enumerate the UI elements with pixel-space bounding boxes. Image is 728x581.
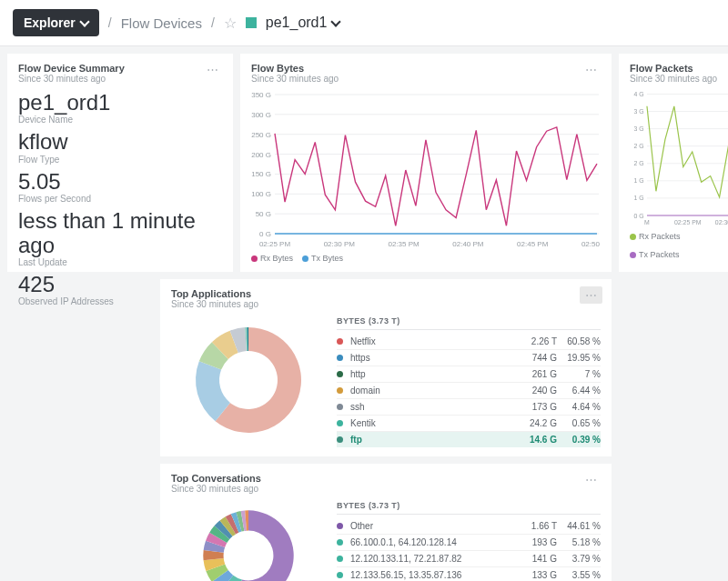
flow-packets-legend: Rx Packets Tx Packets	[630, 232, 728, 259]
table-row[interactable]: 66.100.0.1, 64.120.128.14 193 G5.18 %	[337, 535, 601, 551]
svg-text:02:30 PM: 02:30 PM	[715, 219, 728, 225]
top-applications-donut	[171, 316, 326, 444]
flow-packets-chart: 0 G1 G1 G2 G2 G3 G3 G4 GM02:25 PM02:30 P…	[630, 91, 728, 228]
device-title: pe1_ord1	[266, 15, 328, 31]
svg-text:3 G: 3 G	[633, 108, 643, 115]
svg-text:02:45 PM: 02:45 PM	[517, 240, 549, 248]
bytes-header: BYTES (3.73 T)	[337, 316, 601, 330]
table-row[interactable]: Other 1.66 T44.61 %	[337, 518, 601, 535]
panel-title: Flow Bytes	[251, 63, 601, 74]
legend-rx-packets: Rx Packets	[639, 232, 681, 241]
flow-bytes-legend: Rx Bytes Tx Bytes	[251, 254, 601, 263]
svg-text:50 G: 50 G	[256, 210, 271, 218]
breadcrumb-separator: /	[108, 15, 112, 30]
svg-text:02:50 PM: 02:50 PM	[581, 240, 601, 248]
summary-device-name: pe1_ord1	[18, 91, 222, 115]
panel-title: Top Applications	[171, 288, 601, 299]
panel-top-applications-donut: ⋯ Top Applications Since 30 minutes ago …	[160, 279, 612, 456]
panel-subtitle: Since 30 minutes ago	[251, 74, 601, 84]
panel-menu-icon[interactable]: ⋯	[580, 286, 602, 304]
table-row[interactable]: ftp 14.6 G0.39 %	[337, 432, 601, 447]
summary-last-update-label: Last Update	[18, 257, 222, 267]
svg-text:M: M	[644, 219, 650, 225]
panel-subtitle: Since 30 minutes ago	[171, 299, 601, 309]
table-row[interactable]: 12.120.133.11, 72.21.87.82 141 G3.79 %	[337, 551, 601, 567]
svg-text:300 G: 300 G	[251, 111, 271, 119]
svg-text:100 G: 100 G	[251, 190, 271, 198]
panel-subtitle: Since 30 minutes ago	[171, 484, 601, 494]
star-icon[interactable]: ☆	[224, 15, 237, 32]
dashboard-grid: ⋯ Flow Device Summary Since 30 minutes a…	[0, 46, 728, 581]
panel-menu-icon[interactable]: ⋯	[201, 61, 224, 78]
flow-bytes-chart: 0 G50 G100 G150 G200 G250 G300 G350 G02:…	[251, 91, 601, 250]
table-row[interactable]: ssh 173 G4.64 %	[337, 399, 601, 416]
svg-text:2 G: 2 G	[633, 160, 643, 166]
chevron-down-icon	[79, 16, 89, 26]
summary-device-name-label: Device Name	[18, 115, 222, 125]
table-row[interactable]: http 261 G7 %	[337, 366, 601, 383]
svg-text:4 G: 4 G	[633, 91, 643, 97]
table-row[interactable]: 12.133.56.15, 13.35.87.136 133 G3.55 %	[337, 567, 601, 581]
panel-subtitle: Since 30 minutes ago	[630, 74, 728, 84]
legend-tx-packets: Tx Packets	[639, 250, 680, 259]
breadcrumb-device[interactable]: pe1_ord1	[246, 15, 340, 31]
svg-text:02:25 PM: 02:25 PM	[259, 240, 291, 248]
panel-title: Flow Packets	[630, 63, 728, 74]
legend-tx-bytes: Tx Bytes	[311, 254, 343, 263]
top-applications-table: BYTES (3.73 T) Netflix 2.26 T60.58 % htt…	[337, 316, 601, 447]
summary-fps-label: Flows per Second	[18, 194, 222, 204]
svg-text:0 G: 0 G	[259, 230, 271, 238]
table-row[interactable]: Netflix 2.26 T60.58 %	[337, 334, 601, 350]
status-indicator-icon	[246, 17, 257, 28]
svg-text:1 G: 1 G	[633, 177, 643, 184]
panel-flow-device-summary: ⋯ Flow Device Summary Since 30 minutes a…	[7, 54, 233, 272]
summary-flow-type: kflow	[18, 130, 222, 154]
summary-flow-type-label: Flow Type	[18, 155, 222, 165]
svg-text:250 G: 250 G	[251, 131, 271, 139]
panel-flow-bytes: ⋯ Flow Bytes Since 30 minutes ago 0 G50 …	[240, 54, 612, 272]
top-conversations-table: BYTES (3.73 T) Other 1.66 T44.61 % 66.10…	[337, 501, 601, 581]
panel-title: Top Conversations	[171, 473, 601, 484]
table-row[interactable]: Kentik 24.2 G0.65 %	[337, 416, 601, 432]
svg-text:02:25 PM: 02:25 PM	[674, 219, 702, 225]
svg-text:2 G: 2 G	[633, 143, 643, 149]
panel-title: Flow Device Summary	[18, 63, 222, 74]
svg-text:02:35 PM: 02:35 PM	[388, 240, 420, 248]
table-row[interactable]: https 744 G19.95 %	[337, 350, 601, 366]
breadcrumb-separator: /	[211, 15, 215, 30]
panel-menu-icon[interactable]: ⋯	[580, 471, 602, 488]
table-row[interactable]: domain 240 G6.44 %	[337, 383, 601, 399]
explorer-label: Explorer	[24, 15, 76, 30]
breadcrumb-flow-devices[interactable]: Flow Devices	[121, 15, 202, 31]
panel-menu-icon[interactable]: ⋯	[580, 61, 602, 78]
svg-text:02:40 PM: 02:40 PM	[452, 240, 484, 248]
summary-last-update: less than 1 minute ago	[18, 209, 222, 257]
explorer-button[interactable]: Explorer	[13, 9, 99, 36]
legend-rx-bytes: Rx Bytes	[260, 254, 293, 263]
chevron-down-icon	[331, 16, 341, 26]
top-conversations-donut	[171, 501, 326, 581]
summary-fps: 5.05	[18, 170, 222, 194]
breadcrumb-bar: Explorer / Flow Devices / ☆ pe1_ord1	[0, 0, 728, 46]
svg-text:3 G: 3 G	[633, 125, 643, 132]
bytes-header: BYTES (3.73 T)	[337, 501, 601, 515]
svg-text:02:30 PM: 02:30 PM	[324, 240, 356, 248]
svg-text:200 G: 200 G	[251, 151, 271, 159]
svg-text:0 G: 0 G	[633, 213, 643, 219]
panel-top-conversations-donut: ⋯ Top Conversations Since 30 minutes ago…	[160, 464, 612, 581]
svg-text:150 G: 150 G	[251, 170, 271, 178]
svg-text:1 G: 1 G	[633, 195, 643, 201]
panel-flow-packets: Flow Packets Since 30 minutes ago 0 G1 G…	[619, 54, 728, 272]
panel-subtitle: Since 30 minutes ago	[18, 74, 222, 84]
svg-text:350 G: 350 G	[251, 91, 271, 99]
